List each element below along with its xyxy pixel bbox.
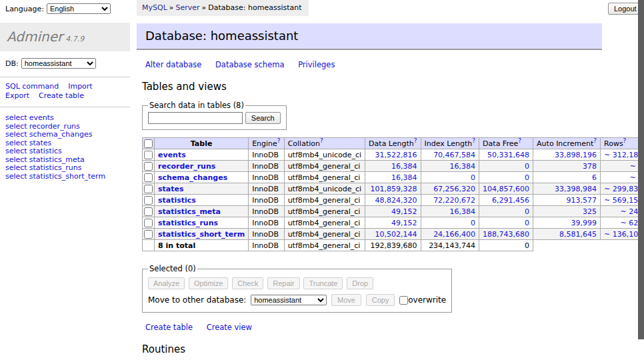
data-free-link[interactable]: 0 xyxy=(525,219,529,227)
auto-increment-link[interactable]: 33,898,196 xyxy=(555,151,597,159)
row-checkbox[interactable] xyxy=(144,151,153,159)
row-checkbox[interactable] xyxy=(144,219,153,227)
data-free-link[interactable]: 6,291,456 xyxy=(492,196,529,205)
row-checkbox[interactable] xyxy=(144,173,153,182)
select-link[interactable]: select xyxy=(5,172,27,181)
table-name-link[interactable]: statistics_short_term xyxy=(29,172,105,181)
search-input[interactable] xyxy=(148,112,243,124)
sql-command-link[interactable]: SQL command xyxy=(5,82,59,91)
import-link[interactable]: Import xyxy=(68,82,93,91)
data-length-link[interactable]: 101,859,328 xyxy=(371,185,417,193)
table-name-link[interactable]: events xyxy=(29,113,54,122)
logout-button[interactable]: Logout xyxy=(608,3,643,15)
data-free-link[interactable]: 0 xyxy=(525,173,529,182)
help-icon[interactable]: ? xyxy=(472,137,475,144)
copy-button[interactable]: Copy xyxy=(366,294,395,306)
table-name-link[interactable]: statistics_runs xyxy=(29,163,82,172)
data-free-link[interactable]: 104,857,600 xyxy=(483,185,529,193)
row-checkbox[interactable] xyxy=(144,185,153,193)
data-free-link[interactable]: 188,743,680 xyxy=(483,230,529,239)
data-length-link[interactable]: 49,152 xyxy=(391,219,417,227)
data-length-link[interactable]: 31,522,816 xyxy=(375,151,417,159)
export-link[interactable]: Export xyxy=(5,91,29,100)
select-link[interactable]: select xyxy=(5,130,27,139)
data-length-link[interactable]: 10,502,144 xyxy=(375,230,417,239)
index-length-link[interactable]: 16,384 xyxy=(450,207,476,216)
index-length-link[interactable]: 0 xyxy=(471,173,475,182)
rows-link[interactable]: ~ 312,180 xyxy=(604,151,643,159)
db-select[interactable]: homeassistant xyxy=(21,58,96,69)
table-name-link[interactable]: states xyxy=(29,139,52,147)
auto-increment-link[interactable]: 913,577 xyxy=(567,196,597,205)
auto-increment-link[interactable]: 8,581,645 xyxy=(559,230,597,239)
table-link[interactable]: events xyxy=(158,151,186,159)
table-name-link[interactable]: recorder_runs xyxy=(29,122,80,131)
data-free-link[interactable]: 0 xyxy=(525,207,529,216)
move-button[interactable]: Move xyxy=(331,294,361,306)
row-checkbox[interactable] xyxy=(144,230,153,239)
index-length-link[interactable]: 67,256,320 xyxy=(433,185,475,193)
table-link[interactable]: statistics_short_term xyxy=(158,230,245,239)
rows-link[interactable]: ~ 136,108 xyxy=(604,230,643,239)
data-free-link[interactable]: 0 xyxy=(525,162,529,171)
auto-increment-link[interactable]: 33,398,984 xyxy=(555,185,597,193)
select-link[interactable]: select xyxy=(5,155,27,164)
auto-increment-link[interactable]: 39,999 xyxy=(571,219,597,227)
breadcrumb-mysql-link[interactable]: MySQL xyxy=(142,3,167,12)
select-link[interactable]: select xyxy=(5,147,27,155)
optimize-button[interactable]: Optimize xyxy=(189,277,228,289)
index-length-link[interactable]: 0 xyxy=(471,219,475,227)
index-length-link[interactable]: 24,166,400 xyxy=(433,230,475,239)
rows-link[interactable]: ~ 299,833 xyxy=(604,185,643,193)
drop-button[interactable]: Drop xyxy=(347,277,373,289)
table-name-link[interactable]: statistics xyxy=(29,147,62,155)
analyze-button[interactable]: Analyze xyxy=(148,277,185,289)
table-name-link[interactable]: statistics_meta xyxy=(29,155,85,164)
repair-button[interactable]: Repair xyxy=(267,277,299,289)
database-schema-link[interactable]: Database schema xyxy=(215,60,284,69)
select-link[interactable]: select xyxy=(5,113,27,122)
index-length-link[interactable]: 72,220,672 xyxy=(433,196,475,205)
privileges-link[interactable]: Privileges xyxy=(298,60,335,69)
table-link[interactable]: states xyxy=(158,185,184,193)
overwrite-checkbox[interactable] xyxy=(399,296,408,305)
table-link[interactable]: statistics_runs xyxy=(158,219,218,227)
help-icon[interactable]: ? xyxy=(518,137,521,144)
select-all-checkbox[interactable] xyxy=(144,139,153,148)
auto-increment-link[interactable]: 6 xyxy=(592,173,597,182)
select-link[interactable]: select xyxy=(5,139,27,147)
create-view-link[interactable]: Create view xyxy=(207,323,252,332)
help-icon[interactable]: ? xyxy=(623,137,627,144)
table-link[interactable]: statistics xyxy=(158,196,196,205)
help-icon[interactable]: ? xyxy=(320,137,323,144)
data-free-link[interactable]: 50,331,648 xyxy=(487,151,529,159)
data-length-link[interactable]: 49,152 xyxy=(391,207,417,216)
data-length-link[interactable]: 48,824,320 xyxy=(375,196,417,205)
scrollbar-thumb[interactable] xyxy=(638,0,644,339)
truncate-button[interactable]: Truncate xyxy=(303,277,343,289)
auto-increment-link[interactable]: 378 xyxy=(583,162,597,171)
data-length-link[interactable]: 16,384 xyxy=(391,173,417,182)
breadcrumb-server-link[interactable]: Server xyxy=(176,3,200,12)
select-link[interactable]: select xyxy=(5,122,27,131)
check-button[interactable]: Check xyxy=(232,277,263,289)
table-link[interactable]: recorder_runs xyxy=(158,162,215,171)
language-select[interactable]: English xyxy=(47,3,111,14)
create-table-link[interactable]: Create table xyxy=(145,323,193,332)
row-checkbox[interactable] xyxy=(144,162,153,171)
row-checkbox[interactable] xyxy=(144,207,153,216)
table-link[interactable]: statistics_meta xyxy=(158,207,221,216)
auto-increment-link[interactable]: 325 xyxy=(583,207,597,216)
row-checkbox[interactable] xyxy=(144,196,153,205)
move-db-select[interactable]: homeassistant xyxy=(251,295,327,305)
table-name-link[interactable]: schema_changes xyxy=(29,130,93,139)
help-icon[interactable]: ? xyxy=(414,137,417,144)
select-link[interactable]: select xyxy=(5,163,27,172)
help-icon[interactable]: ? xyxy=(593,137,597,144)
table-link[interactable]: schema_changes xyxy=(158,173,227,182)
search-button[interactable]: Search xyxy=(245,112,281,124)
help-icon[interactable]: ? xyxy=(277,137,281,144)
rows-link[interactable]: ~ 569,159 xyxy=(604,196,643,205)
create-table-link[interactable]: Create table xyxy=(39,91,84,100)
data-length-link[interactable]: 16,384 xyxy=(391,162,417,171)
